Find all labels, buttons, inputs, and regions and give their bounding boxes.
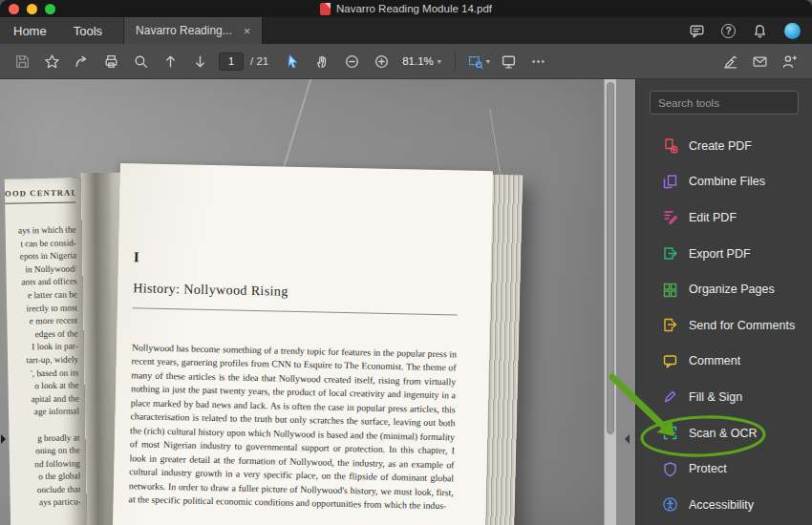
share-arrow-button[interactable] [67, 49, 96, 74]
left-page-text-line: epots in Nigeria [6, 250, 76, 264]
tab-bar: Home Tools Navarro Reading... × ? [0, 17, 812, 44]
sidebar-item-create-pdf[interactable]: Create PDF [636, 128, 812, 164]
vertical-scrollbar[interactable] [604, 79, 616, 525]
window-title: Navarro Reading Module 14.pdf [336, 3, 492, 14]
sidebar-item-label: Send for Comments [689, 319, 795, 332]
combine-files-icon [661, 173, 678, 190]
scrollbar-thumb[interactable] [607, 82, 614, 434]
left-page-text-line: ays in which the [6, 223, 76, 238]
sidebar-item-label: Accessibility [689, 498, 754, 512]
minimize-window-button[interactable] [27, 4, 37, 14]
book-left-page: OOD CENTRAL ays in which thet can be con… [5, 178, 87, 525]
search-button[interactable] [126, 49, 156, 74]
sidebar-item-accessibility[interactable]: Accessibility [636, 487, 812, 523]
sidebar-item-scan-ocr[interactable]: Scan & OCR [636, 415, 812, 452]
document-tab[interactable]: Navarro Reading... × [123, 17, 263, 44]
main-nav: Home Tools [0, 17, 123, 44]
left-page-text-line: in Nollywood/ [6, 262, 76, 277]
next-page-button[interactable] [185, 49, 215, 74]
star-button[interactable] [37, 49, 67, 74]
notifications-bell-icon[interactable] [752, 23, 768, 39]
more-tools-button[interactable] [524, 49, 553, 74]
tab-home[interactable]: Home [13, 24, 47, 38]
page-number-input[interactable] [219, 52, 244, 71]
chapter-heading: History: Nollywood Rising [133, 281, 459, 315]
organize-pages-icon [661, 281, 678, 298]
zoom-level-dropdown[interactable]: 81.1% ▾ [396, 55, 447, 67]
sidebar-item-fill-sign[interactable]: Fill & Sign [636, 379, 812, 415]
search-tools-input[interactable] [650, 91, 799, 115]
hand-tool-button[interactable] [308, 49, 337, 74]
sidebar-item-organize-pages[interactable]: Organize Pages [636, 271, 812, 307]
tools-sidebar: Create PDF Combine Files Edit PDF Export… [635, 79, 812, 525]
chapter-body-text: Nollywood has become something of a tren… [128, 341, 457, 514]
pdf-file-icon [320, 3, 331, 15]
search-tools-field [650, 91, 799, 115]
left-page-text-line: apital and the [9, 392, 79, 407]
window-title-group: Navarro Reading Module 14.pdf [320, 3, 492, 15]
feedback-bubble-icon[interactable] [689, 23, 705, 39]
sidebar-item-send-for-comments[interactable]: Send for Comments [636, 307, 812, 344]
left-page-running-header: OOD CENTRAL [5, 187, 75, 198]
fullscreen-window-button[interactable] [45, 4, 55, 14]
send-for-comments-icon [661, 317, 678, 334]
left-page-text-line: onclude that [10, 483, 80, 497]
left-page-text-line: o look at the [8, 380, 78, 394]
sign-pen-button[interactable] [716, 49, 745, 74]
sidebar-item-comment[interactable]: Comment [636, 344, 812, 380]
left-page-text-line: e more recent [7, 315, 77, 329]
save-button[interactable] [8, 49, 37, 74]
expand-left-panel-icon[interactable] [1, 434, 6, 444]
document-tab-label: Navarro Reading... [136, 24, 232, 37]
toolbar: / 21 81.1% ▾ ▾ [0, 44, 812, 79]
chevron-down-icon: ▾ [486, 57, 490, 66]
close-tab-icon[interactable]: × [244, 25, 251, 37]
help-icon[interactable]: ? [721, 24, 736, 38]
collapse-right-panel-icon[interactable] [625, 434, 630, 444]
sidebar-item-edit-pdf[interactable]: Edit PDF [636, 200, 812, 236]
sidebar-item-label: Export PDF [689, 247, 751, 261]
left-page-text-line: I look in par- [8, 341, 78, 355]
left-page-text-line [9, 418, 79, 432]
toolbar-divider [455, 52, 456, 71]
left-page-text-line: oning on the [10, 444, 80, 458]
sidebar-item-protect[interactable]: Protect [636, 451, 812, 487]
zoom-out-button[interactable] [337, 49, 367, 74]
comment-icon [661, 352, 678, 369]
print-button[interactable] [96, 49, 126, 74]
sidebar-item-label: Organize Pages [689, 283, 775, 296]
close-window-button[interactable] [9, 4, 19, 14]
page-display-mode-button[interactable] [494, 49, 524, 74]
right-panel-edge [616, 79, 635, 525]
sidebar-item-label: Fill & Sign [689, 390, 742, 404]
left-page-text-line: tart-up, widely [8, 353, 78, 368]
accessibility-icon [661, 496, 678, 514]
window-controls [9, 4, 55, 14]
left-page-text-line: edges of the [7, 327, 77, 342]
document-viewer[interactable]: OOD CENTRAL ays in which thet can be con… [0, 79, 635, 525]
sidebar-item-label: Comment [689, 354, 740, 368]
sidebar-item-label: Create PDF [689, 139, 752, 153]
left-page-text-line: g broadly at [9, 431, 79, 446]
left-page-text-line: t can be consid- [6, 237, 76, 251]
email-button[interactable] [745, 49, 775, 74]
book-right-page: I History: Nollywood Rising Nollywood ha… [112, 163, 493, 525]
select-tool-button[interactable] [278, 49, 308, 74]
tab-tools[interactable]: Tools [74, 24, 102, 38]
left-page-text-line: e latter can be [7, 288, 77, 303]
create-pdf-icon [661, 137, 678, 155]
sidebar-item-export-pdf[interactable]: Export PDF [636, 236, 812, 272]
left-page-text-line: ', based on its [8, 367, 78, 381]
left-page-text-line: age informal [9, 406, 79, 420]
zoom-in-button[interactable] [367, 49, 396, 74]
left-page-text: ays in which thet can be consid-epots in… [6, 223, 81, 510]
sidebar-item-combine-files[interactable]: Combine Files [636, 164, 812, 200]
add-person-button[interactable] [775, 49, 804, 74]
previous-page-button[interactable] [156, 49, 185, 74]
protect-shield-icon [661, 460, 678, 477]
main-area: OOD CENTRAL ays in which thet can be con… [0, 79, 812, 525]
titlebar: Navarro Reading Module 14.pdf [0, 0, 812, 17]
left-page-header-rule [5, 201, 75, 203]
marquee-zoom-dropdown[interactable]: ▾ [463, 49, 494, 74]
user-avatar[interactable] [784, 23, 801, 39]
